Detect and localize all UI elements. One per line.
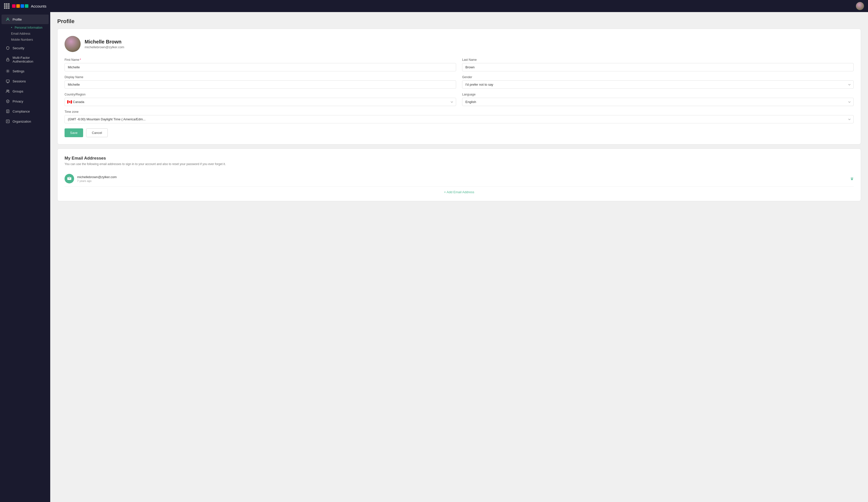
gender-label: Gender	[462, 75, 854, 79]
email-list-item: michellebrown@zylker.com 7 years ago ♛	[64, 171, 854, 187]
display-name-group: Display Name	[64, 75, 456, 89]
display-name-input[interactable]	[64, 80, 456, 89]
language-label: Language	[462, 93, 854, 96]
timezone-select[interactable]: (GMT -6:00) Mountain Daylight Time ( Ame…	[64, 115, 854, 123]
sub-item-label: Personal Information	[14, 26, 42, 29]
svg-rect-7	[6, 120, 9, 123]
mfa-icon	[6, 57, 10, 62]
country-group: Country/Region 🇨🇦 Canada United States U…	[64, 93, 456, 106]
email-info: michellebrown@zylker.com 7 years ago	[77, 175, 847, 182]
email-address-text: michellebrown@zylker.com	[77, 175, 847, 179]
profile-name: Michelle Brown	[85, 39, 124, 45]
sidebar-sub-personal-info[interactable]: Personal Information	[0, 24, 50, 31]
svg-point-2	[7, 71, 9, 72]
first-name-input[interactable]	[64, 63, 456, 71]
profile-card: Michelle Brown michellebrown@zylker.com …	[57, 29, 861, 144]
sub-item-label: Mobile Numbers	[11, 38, 33, 41]
sub-item-label: Email Address	[11, 32, 30, 35]
page-title: Profile	[57, 18, 861, 24]
security-icon	[6, 46, 10, 50]
sidebar-item-settings[interactable]: Settings	[1, 66, 49, 76]
save-button[interactable]: Save	[64, 129, 83, 137]
compliance-icon	[6, 109, 10, 114]
sidebar-item-mfa[interactable]: Multi-Factor Authentication	[1, 53, 49, 66]
cancel-button[interactable]: Cancel	[86, 129, 108, 137]
sidebar-item-security[interactable]: Security	[1, 43, 49, 53]
country-select-wrapper: 🇨🇦 Canada United States United Kingdom A…	[64, 98, 456, 106]
svg-point-0	[7, 18, 9, 20]
last-name-group: Last Name	[462, 58, 854, 71]
sidebar-item-label: Security	[12, 46, 24, 50]
sidebar-item-profile[interactable]: Profile	[1, 14, 49, 24]
last-name-label: Last Name	[462, 58, 854, 62]
svg-rect-1	[7, 59, 9, 61]
profile-icon	[6, 17, 10, 22]
user-avatar[interactable]	[856, 2, 864, 10]
sidebar-item-compliance[interactable]: Compliance	[1, 106, 49, 116]
timezone-group: Time zone (GMT -6:00) Mountain Daylight …	[64, 110, 854, 123]
profile-form: First Name* Last Name Display Name Gende…	[64, 58, 854, 123]
country-label: Country/Region	[64, 93, 456, 96]
sidebar-item-sessions[interactable]: Sessions	[1, 76, 49, 86]
privacy-icon	[6, 99, 10, 103]
form-actions: Save Cancel	[64, 129, 854, 137]
profile-info: Michelle Brown michellebrown@zylker.com	[85, 39, 124, 49]
app-logo	[12, 4, 28, 8]
sidebar-item-label: Settings	[12, 69, 24, 73]
language-select[interactable]: English Spanish French German	[462, 98, 854, 106]
svg-point-5	[8, 90, 9, 91]
organization-icon	[6, 119, 10, 124]
sidebar-item-privacy[interactable]: Privacy	[1, 96, 49, 106]
gender-group: Gender I'd prefer not to say Male Female…	[462, 75, 854, 89]
email-icon	[67, 176, 72, 181]
sidebar: Profile Personal Information Email Addre…	[0, 12, 50, 502]
sidebar-item-label: Groups	[12, 90, 23, 93]
email-section-title: My Email Addresses	[64, 156, 854, 161]
add-email-button[interactable]: + Add Email Address	[64, 187, 854, 194]
first-name-label: First Name*	[64, 58, 456, 62]
sessions-icon	[6, 79, 10, 83]
sidebar-item-label: Sessions	[12, 79, 26, 83]
svg-point-4	[7, 90, 8, 91]
sidebar-item-label: Compliance	[12, 110, 30, 113]
apps-grid-icon[interactable]	[4, 3, 10, 9]
profile-avatar	[64, 36, 81, 52]
timezone-label: Time zone	[64, 110, 854, 114]
sidebar-sub-email-address[interactable]: Email Address	[0, 31, 50, 37]
sidebar-item-label: Privacy	[12, 100, 23, 103]
profile-email-display: michellebrown@zylker.com	[85, 45, 124, 49]
sidebar-sub-mobile-numbers[interactable]: Mobile Numbers	[0, 37, 50, 43]
last-name-input[interactable]	[462, 63, 854, 71]
sidebar-item-label: Organization	[12, 120, 31, 123]
gender-select[interactable]: I'd prefer not to say Male Female Other	[462, 80, 854, 89]
language-group: Language English Spanish French German	[462, 93, 854, 106]
sidebar-item-groups[interactable]: Groups	[1, 86, 49, 96]
sidebar-item-organization[interactable]: Organization	[1, 116, 49, 126]
first-name-group: First Name*	[64, 58, 456, 71]
sidebar-item-label: Profile	[12, 18, 22, 21]
svg-rect-3	[6, 80, 9, 82]
settings-icon	[6, 69, 10, 73]
email-section-description: You can use the following email addresse…	[64, 162, 854, 166]
email-addresses-card: My Email Addresses You can use the follo…	[57, 148, 861, 201]
country-select[interactable]: Canada United States United Kingdom Aust…	[64, 98, 456, 106]
app-title: Accounts	[31, 4, 46, 8]
sidebar-item-label: Multi-Factor Authentication	[12, 56, 45, 63]
main-content: Profile Michelle Brown michellebrown@zyl…	[50, 12, 868, 502]
email-icon-circle	[64, 174, 74, 183]
display-name-label: Display Name	[64, 75, 456, 79]
topbar: Accounts	[0, 0, 868, 12]
email-time-ago: 7 years ago	[77, 180, 847, 182]
groups-icon	[6, 89, 10, 93]
profile-header: Michelle Brown michellebrown@zylker.com	[64, 36, 854, 52]
primary-email-crown-icon: ♛	[850, 176, 854, 181]
